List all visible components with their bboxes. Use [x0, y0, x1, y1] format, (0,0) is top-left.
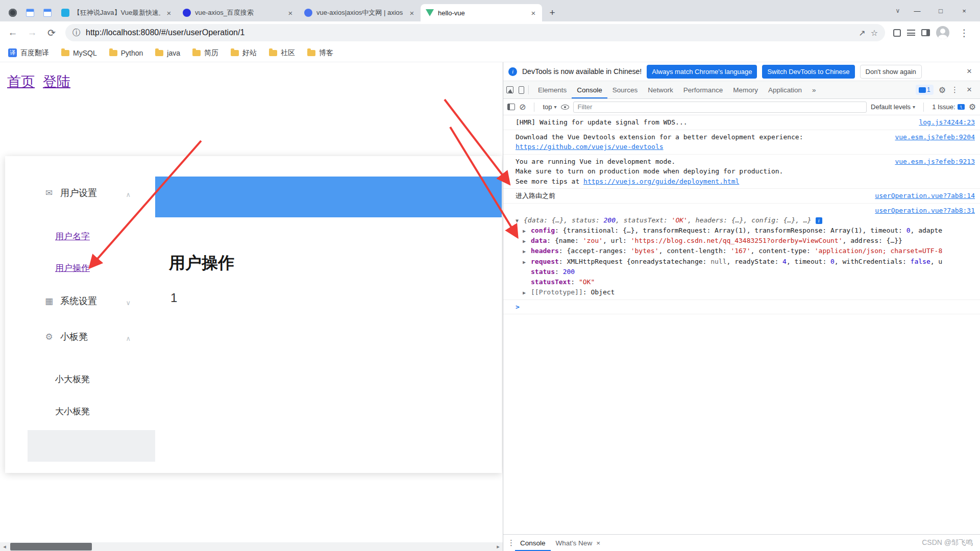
console-settings-icon[interactable]: ⚙ [969, 102, 976, 112]
log-levels-selector[interactable]: Default levels▾ [871, 103, 915, 111]
pinned-tab-3[interactable] [39, 4, 56, 21]
side-panel-icon[interactable] [921, 29, 930, 36]
extension-lines-icon[interactable] [907, 30, 915, 36]
sidebar-group-system-settings[interactable]: ▦ 系统设置 ∨ [44, 295, 145, 307]
login-link[interactable]: 登陆 [43, 74, 70, 89]
tab-search-icon[interactable]: ∨ [890, 7, 905, 14]
caret-collapsed-icon[interactable]: ▶ [523, 237, 531, 245]
object-property-data[interactable]: ▶data: {name: 'zou', url: 'https://blog.… [523, 236, 975, 246]
tab-hello-vue[interactable]: hello-vue × [421, 4, 542, 21]
url-text[interactable]: http://localhost:8080/#/user/userOperati… [86, 28, 853, 37]
sidebar-link-user-name[interactable]: 用户名字 [55, 231, 90, 242]
caret-collapsed-icon[interactable]: ▶ [523, 227, 531, 235]
tab-memory[interactable]: Memory [728, 81, 763, 98]
console-prompt[interactable]: > [503, 300, 980, 314]
bookmark-folder-blog[interactable]: 博客 [307, 48, 333, 58]
switch-chinese-button[interactable]: Switch DevTools to Chinese [762, 65, 854, 79]
drawer-tab-console[interactable]: Console [515, 535, 551, 551]
object-property-request[interactable]: ▶request: XMLHttpRequest {onreadystatech… [523, 257, 975, 267]
minimize-button[interactable]: — [905, 0, 929, 21]
tab-application[interactable]: Application [763, 81, 807, 98]
object-property-prototype[interactable]: ▶[[Prototype]]: Object [523, 287, 975, 297]
sidebar-item-bench-sub1[interactable]: 小大板凳 [55, 373, 90, 385]
tab-axios-docs[interactable]: vue-axios|axios中文网 | axios × [299, 4, 421, 21]
match-language-button[interactable]: Always match Chrome's language [647, 65, 757, 79]
scroll-left-icon[interactable]: ◂ [0, 543, 9, 550]
bookmark-folder-resume[interactable]: 简历 [192, 48, 218, 58]
source-link[interactable]: userOperation.vue?7ab8:31 [875, 206, 975, 216]
source-link[interactable]: log.js?4244:23 [919, 117, 975, 128]
bookmark-baidu-translate[interactable]: 译 百度翻译 [8, 48, 49, 58]
devtools-menu-icon[interactable]: ⋮ [951, 85, 959, 94]
extensions-icon[interactable] [893, 29, 901, 37]
source-link[interactable]: userOperation.vue?7ab8:14 [875, 191, 975, 201]
sidebar-group-user-settings[interactable]: ✉ 用户设置 ∧ [44, 187, 145, 199]
maximize-button[interactable]: □ [929, 0, 952, 21]
profile-avatar[interactable] [936, 26, 949, 39]
share-icon[interactable]: ↗ [859, 28, 865, 38]
tab-network[interactable]: Network [643, 81, 678, 98]
device-toolbar-icon[interactable] [519, 86, 524, 94]
tab-baidu-search[interactable]: vue-axios_百度搜索 × [178, 4, 299, 21]
inspect-element-icon[interactable] [506, 86, 513, 93]
tab-close-icon[interactable]: × [286, 8, 295, 17]
source-link[interactable]: vue.esm.js?efeb:9213 [895, 157, 975, 167]
filter-input[interactable] [573, 102, 867, 113]
horizontal-scrollbar[interactable]: ◂ ▸ [0, 542, 503, 551]
caret-collapsed-icon[interactable]: ▶ [523, 258, 531, 266]
devtools-close-icon[interactable]: × [964, 85, 975, 95]
site-info-icon[interactable]: ⓘ [72, 28, 81, 38]
bookmark-folder-python[interactable]: Python [109, 49, 143, 57]
scrollbar-thumb[interactable] [10, 543, 92, 550]
tab-elements[interactable]: Elements [533, 81, 572, 98]
bookmark-folder-community[interactable]: 社区 [269, 48, 295, 58]
scroll-right-icon[interactable]: ▸ [494, 543, 503, 550]
caret-collapsed-icon[interactable]: ▶ [523, 247, 531, 256]
bookmark-folder-mysql[interactable]: MySQL [61, 49, 97, 57]
console-link[interactable]: https://vuejs.org/guide/deployment.html [583, 178, 739, 185]
context-selector[interactable]: top▾ [543, 103, 556, 111]
sidebar-group-bench[interactable]: ⚙ 小板凳 ∧ [44, 331, 145, 343]
tab-close-icon[interactable]: × [164, 8, 174, 17]
source-link[interactable]: vue.esm.js?efeb:9204 [895, 132, 975, 142]
object-property-headers[interactable]: ▶headers: {accept-ranges: 'bytes', conte… [523, 246, 975, 256]
sidebar-link-user-operation[interactable]: 用户操作 [55, 262, 90, 274]
tab-performance[interactable]: Performance [678, 81, 728, 98]
dont-show-again-button[interactable]: Don't show again [860, 65, 922, 79]
drawer-menu-icon[interactable]: ⋮ [507, 538, 515, 547]
forward-button[interactable]: → [23, 24, 41, 41]
sidebar-item-bench-sub2[interactable]: 大小板凳 [55, 406, 90, 417]
home-link[interactable]: 首页 [7, 74, 35, 89]
object-preview-line[interactable]: ▼{data: {…}, status: 200, statusText: 'O… [516, 215, 975, 226]
banner-close-icon[interactable]: × [964, 66, 975, 77]
tab-close-icon[interactable]: × [407, 8, 416, 17]
drawer-tab-whats-new[interactable]: What's New× [551, 535, 605, 551]
messages-badge[interactable]: 1 [916, 85, 934, 95]
more-tabs-icon[interactable]: » [807, 81, 821, 98]
drawer-tab-close-icon[interactable]: × [596, 539, 600, 547]
tab-console[interactable]: Console [572, 81, 607, 98]
address-bar[interactable]: ⓘ http://localhost:8080/#/user/userOpera… [65, 24, 885, 41]
console-sidebar-icon[interactable] [507, 104, 515, 110]
tab-sources[interactable]: Sources [607, 81, 643, 98]
settings-gear-icon[interactable]: ⚙ [939, 85, 946, 95]
new-tab-button[interactable]: + [545, 6, 559, 20]
tab-close-icon[interactable]: × [529, 8, 538, 17]
issues-counter[interactable]: 1 Issue:1 [932, 103, 965, 111]
pinned-tab-2[interactable] [21, 4, 39, 21]
browser-menu-icon[interactable]: ⋮ [955, 24, 973, 41]
live-expression-eye-icon[interactable] [561, 105, 569, 110]
object-property-config[interactable]: ▶config: {transitional: {…}, transformRe… [523, 226, 975, 236]
caret-expanded-icon[interactable]: ▼ [516, 217, 524, 225]
pinned-tab-1[interactable] [4, 4, 21, 21]
reload-button[interactable]: ⟳ [43, 24, 60, 41]
tab-kuangshen-java[interactable]: 【狂神说Java】Vue最新快速上手 × [56, 4, 178, 21]
info-icon[interactable]: i [816, 217, 822, 224]
close-window-button[interactable]: × [952, 0, 976, 21]
bookmark-folder-sites[interactable]: 好站 [231, 48, 257, 58]
clear-console-icon[interactable]: ⊘ [519, 102, 526, 112]
caret-collapsed-icon[interactable]: ▶ [523, 289, 531, 297]
bookmark-folder-java[interactable]: java [155, 49, 180, 57]
console-link[interactable]: https://github.com/vuejs/vue-devtools [516, 143, 664, 151]
bookmark-star-icon[interactable]: ☆ [871, 28, 878, 38]
